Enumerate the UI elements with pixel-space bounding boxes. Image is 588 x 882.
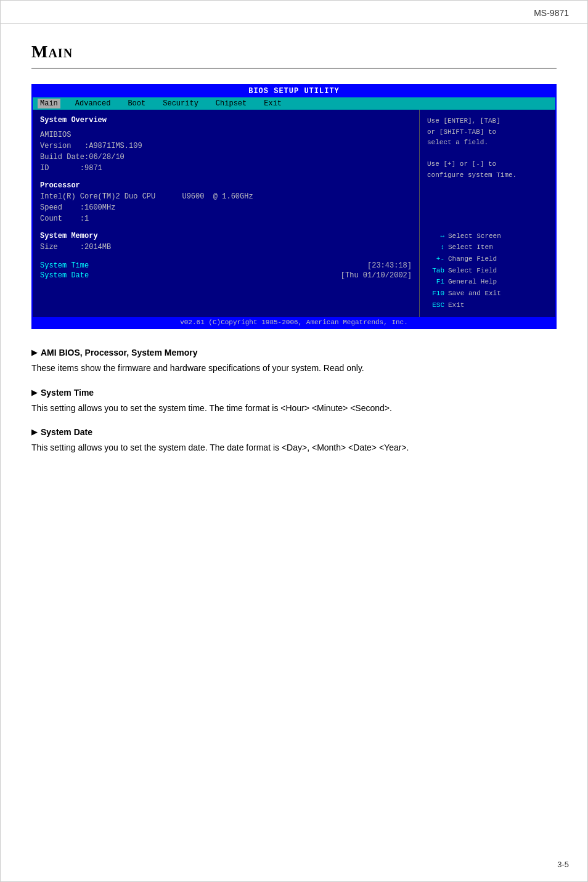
model-number: MS-9871: [534, 8, 569, 18]
key-label-select-screen: Select Screen: [448, 231, 501, 242]
time-date-section: System Time [23:43:18] System Date [Thu …: [40, 261, 412, 280]
bios-menu-chipset[interactable]: Chipset: [213, 99, 249, 108]
top-bar: MS-9871: [1, 1, 587, 23]
bios-menu-exit[interactable]: Exit: [261, 99, 284, 108]
amibios-section: AMIBIOS Version :A9871IMS.109 Build Date…: [40, 129, 412, 174]
desc-text-system-date: This setting allows you to set the syste…: [31, 441, 557, 454]
bios-right-panel: Use [ENTER], [TAB] or [SHIFT-TAB] to sel…: [420, 110, 555, 317]
bios-help-text: Use [ENTER], [TAB] or [SHIFT-TAB] to sel…: [427, 116, 548, 181]
key-label-select-field: Select Field: [448, 265, 497, 277]
processor-label: Processor: [40, 180, 412, 191]
key-label-change-field: Change Field: [448, 253, 497, 265]
memory-section: System Memory Size :2014MB: [40, 231, 412, 253]
processor-section: Processor Intel(R) Core(TM)2 Duo CPU U96…: [40, 180, 412, 224]
amibios-build: Build Date:06/28/10: [40, 152, 412, 163]
system-date-value: [Thu 01/10/2002]: [341, 271, 412, 280]
key-row-save-exit: F10 Save and Exit: [427, 288, 548, 300]
bios-keys-section: ↔ Select Screen ↕ Select Item +- Change …: [427, 231, 548, 311]
desc-section-system-date: System Date This setting allows you to s…: [31, 427, 557, 454]
system-date-row[interactable]: System Date [Thu 01/10/2002]: [40, 271, 412, 280]
system-overview-title: System Overview: [40, 116, 412, 125]
title-divider: [31, 68, 557, 68]
bios-menu-main[interactable]: Main: [38, 99, 60, 108]
desc-text-system-time: This setting allows you to set the syste…: [31, 401, 557, 415]
key-sym-plusminus: +-: [427, 253, 444, 265]
key-label-general-help: General Help: [448, 276, 497, 288]
page-number: 3-5: [557, 860, 569, 869]
page-container: MS-9871 Main BIOS SETUP UTILITY Main Adv…: [0, 0, 588, 882]
system-time-row[interactable]: System Time [23:43:18]: [40, 261, 412, 270]
key-label-select-item: Select Item: [448, 242, 493, 253]
key-label-esc-exit: Exit: [448, 300, 464, 311]
key-sym-f1: F1: [427, 276, 444, 288]
bios-footer: v02.61 (C)Copyright 1985-2006, American …: [33, 317, 555, 328]
key-label-save-exit: Save and Exit: [448, 288, 501, 300]
system-time-value: [23:43:18]: [367, 261, 412, 270]
processor-speed: Speed :1600MHz: [40, 202, 412, 213]
amibios-version: Version :A9871IMS.109: [40, 141, 412, 152]
bios-menu-advanced[interactable]: Advanced: [73, 99, 113, 108]
key-sym-tab: Tab: [427, 265, 444, 277]
key-row-select-item: ↕ Select Item: [427, 242, 548, 253]
desc-section-system-time: System Time This setting allows you to s…: [31, 388, 557, 415]
key-row-select-screen: ↔ Select Screen: [427, 231, 548, 242]
system-date-label: System Date: [40, 271, 89, 280]
key-sym-arrows-lr: ↔: [427, 231, 444, 242]
key-row-change-field: +- Change Field: [427, 253, 548, 265]
processor-cpu: Intel(R) Core(TM)2 Duo CPU U9600 @ 1.60G…: [40, 191, 412, 202]
desc-heading-system-date: System Date: [31, 427, 557, 437]
bios-menu-security[interactable]: Security: [160, 99, 201, 108]
amibios-label: AMIBIOS: [40, 129, 412, 141]
desc-heading-amibios: AMI BIOS, Processor, System Memory: [31, 348, 557, 357]
key-row-general-help: F1 General Help: [427, 276, 548, 288]
key-sym-f10: F10: [427, 288, 444, 300]
key-sym-esc: ESC: [427, 300, 444, 311]
memory-size: Size :2014MB: [40, 242, 412, 253]
page-title: Main: [31, 42, 557, 62]
desc-section-amibios: AMI BIOS, Processor, System Memory These…: [31, 348, 557, 375]
bios-menu-boot[interactable]: Boot: [125, 99, 148, 108]
key-sym-arrows-ud: ↕: [427, 242, 444, 253]
system-time-label: System Time: [40, 261, 89, 270]
key-row-select-field: Tab Select Field: [427, 265, 548, 277]
key-row-esc-exit: ESC Exit: [427, 300, 548, 311]
bios-menubar[interactable]: Main Advanced Boot Security Chipset Exit: [33, 97, 555, 110]
processor-count: Count :1: [40, 213, 412, 224]
memory-label: System Memory: [40, 231, 412, 242]
desc-text-amibios: These items show the firmware and hardwa…: [31, 361, 557, 375]
content-area: Main BIOS SETUP UTILITY Main Advanced Bo…: [1, 23, 587, 486]
amibios-id: ID :9871: [40, 163, 412, 174]
bios-body: System Overview AMIBIOS Version :A9871IM…: [33, 110, 555, 317]
desc-heading-system-time: System Time: [31, 388, 557, 398]
bios-left-panel: System Overview AMIBIOS Version :A9871IM…: [33, 110, 420, 317]
bios-utility-box: BIOS SETUP UTILITY Main Advanced Boot Se…: [31, 84, 557, 329]
bios-title-bar: BIOS SETUP UTILITY: [33, 85, 555, 97]
